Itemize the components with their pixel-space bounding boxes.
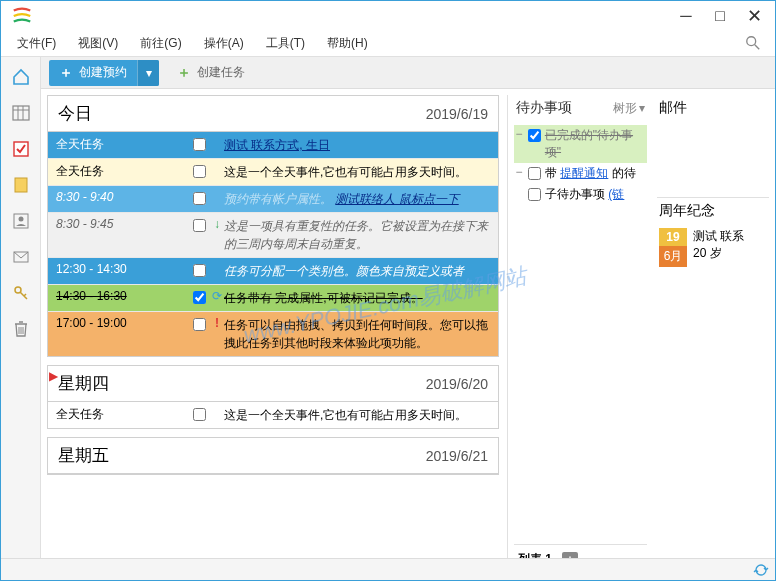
- create-appointment-dropdown[interactable]: ▾: [137, 60, 159, 86]
- event-checkbox[interactable]: [193, 264, 206, 277]
- event-marker: ↓: [210, 213, 224, 231]
- event-row[interactable]: 全天任务这是一个全天事件,它也有可能占用多天时间。: [48, 402, 498, 428]
- svg-rect-2: [13, 106, 29, 120]
- event-link[interactable]: 测试 联系方式, 生日: [224, 138, 330, 152]
- event-marker: [210, 402, 224, 406]
- event-checkbox[interactable]: [193, 318, 206, 331]
- event-row[interactable]: 全天任务测试 联系方式, 生日: [48, 132, 498, 159]
- sidebar-trash[interactable]: [7, 315, 35, 343]
- sidebar-passwords[interactable]: [7, 279, 35, 307]
- day-name: 星期五: [58, 444, 109, 467]
- todo-text: 已完成的"待办事项": [545, 127, 647, 161]
- event-row[interactable]: 14:30 - 16:30⟳任务带有 完成属性,可被标记已完成。: [48, 285, 498, 312]
- day-date: 2019/6/19: [426, 106, 488, 122]
- event-checkbox[interactable]: [193, 138, 206, 151]
- event-text: 这是一个全天事件,它也有可能占用多天时间。: [224, 159, 498, 185]
- day-date: 2019/6/20: [426, 376, 488, 392]
- create-task-button[interactable]: ＋创建任务: [177, 64, 245, 82]
- event-time: 14:30 - 16:30: [48, 285, 188, 307]
- event-checkbox[interactable]: [193, 192, 206, 205]
- day-block: 星期四2019/6/20全天任务这是一个全天事件,它也有可能占用多天时间。: [47, 365, 499, 429]
- event-text: 任务带有 完成属性,可被标记已完成。: [224, 285, 498, 311]
- event-link[interactable]: 测试联络人 鼠标点一下: [335, 192, 458, 206]
- close-button[interactable]: ✕: [737, 2, 771, 30]
- event-marker: [210, 258, 224, 262]
- todo-text: 带 提醒通知 的待: [545, 165, 636, 182]
- sidebar-mail[interactable]: [7, 243, 35, 271]
- menu-file[interactable]: 文件(F): [7, 32, 66, 55]
- todo-view-mode[interactable]: 树形 ▾: [613, 100, 645, 117]
- todo-item[interactable]: −已完成的"待办事项": [514, 125, 647, 163]
- app-logo: [11, 5, 33, 27]
- event-checkbox[interactable]: [193, 408, 206, 421]
- plus-icon: ＋: [177, 64, 191, 82]
- event-row[interactable]: 8:30 - 9:40预约带有帐户属性。 测试联络人 鼠标点一下: [48, 186, 498, 213]
- event-time: 全天任务: [48, 132, 188, 157]
- event-checkbox[interactable]: [193, 165, 206, 178]
- event-row[interactable]: 12:30 - 14:30任务可分配一个类别色。颜色来自预定义或者: [48, 258, 498, 285]
- create-appointment-button[interactable]: ＋创建预约 ▾: [49, 60, 159, 86]
- sidebar-notes[interactable]: [7, 171, 35, 199]
- anniversary-item[interactable]: 19 6月 测试 联系 20 岁: [657, 226, 769, 269]
- menu-action[interactable]: 操作(A): [194, 32, 254, 55]
- event-text: 任务可分配一个类别色。颜色来自预定义或者: [224, 258, 498, 284]
- svg-line-1: [755, 44, 759, 48]
- event-time: 8:30 - 9:40: [48, 186, 188, 208]
- event-marker: [210, 159, 224, 163]
- chevron-down-icon: ▾: [639, 101, 645, 115]
- calendar-panel: 今日2019/6/19全天任务测试 联系方式, 生日全天任务这是一个全天事件,它…: [47, 95, 499, 574]
- anniversary-text: 测试 联系 20 岁: [693, 228, 744, 267]
- sidebar-tasks[interactable]: [7, 135, 35, 163]
- menu-goto[interactable]: 前往(G): [130, 32, 191, 55]
- event-marker: [210, 132, 224, 136]
- create-appointment-label: 创建预约: [79, 64, 127, 81]
- menu-view[interactable]: 视图(V): [68, 32, 128, 55]
- menu-tools[interactable]: 工具(T): [256, 32, 315, 55]
- plus-icon: ＋: [59, 64, 73, 82]
- event-text: 任务可以自由拖拽、拷贝到任何时间段。您可以拖拽此任务到其他时段来体验此项功能。: [224, 312, 498, 356]
- todo-panel: 待办事项 树形 ▾ −已完成的"待办事项"−带 提醒通知 的待子待办事项 (链 …: [507, 95, 647, 574]
- event-marker: !: [210, 312, 224, 330]
- menu-help[interactable]: 帮助(H): [317, 32, 378, 55]
- event-checkbox[interactable]: [193, 219, 206, 232]
- maximize-button[interactable]: □: [703, 2, 737, 30]
- event-checkbox[interactable]: [193, 291, 206, 304]
- tree-toggle[interactable]: −: [514, 127, 524, 141]
- event-row[interactable]: 8:30 - 9:45↓这是一项具有重复性的任务。它被设置为在接下来的三周内每周…: [48, 213, 498, 258]
- event-time: 12:30 - 14:30: [48, 258, 188, 280]
- titlebar: ─ □ ✕: [1, 1, 775, 31]
- event-row[interactable]: 全天任务这是一个全天事件,它也有可能占用多天时间。: [48, 159, 498, 186]
- sidebar-home[interactable]: [7, 63, 35, 91]
- minimize-button[interactable]: ─: [669, 2, 703, 30]
- todo-checkbox[interactable]: [528, 167, 541, 180]
- sidebar-calendar[interactable]: [7, 99, 35, 127]
- event-time: 8:30 - 9:45: [48, 213, 188, 235]
- todo-text: 子待办事项 (链: [545, 186, 624, 203]
- event-row[interactable]: 17:00 - 19:00!任务可以自由拖拽、拷贝到任何时间段。您可以拖拽此任务…: [48, 312, 498, 356]
- day-block: 星期五2019/6/21: [47, 437, 499, 475]
- event-time: 17:00 - 19:00: [48, 312, 188, 334]
- svg-rect-7: [15, 178, 27, 192]
- todo-item[interactable]: −带 提醒通知 的待: [514, 163, 647, 184]
- anniversary-header: 周年纪念: [657, 197, 769, 226]
- sidebar-contacts[interactable]: [7, 207, 35, 235]
- day-header[interactable]: 星期四2019/6/20: [48, 366, 498, 402]
- todo-checkbox[interactable]: [528, 129, 541, 142]
- day-block: 今日2019/6/19全天任务测试 联系方式, 生日全天任务这是一个全天事件,它…: [47, 95, 499, 357]
- event-text: 这是一项具有重复性的任务。它被设置为在接下来的三周内每周末自动重复。: [224, 213, 498, 257]
- day-header[interactable]: 今日2019/6/19: [48, 96, 498, 132]
- current-time-indicator: ▶: [49, 369, 58, 383]
- day-header[interactable]: 星期五2019/6/21: [48, 438, 498, 474]
- sync-icon[interactable]: [753, 562, 769, 578]
- svg-point-0: [747, 36, 756, 45]
- menubar: 文件(F) 视图(V) 前往(G) 操作(A) 工具(T) 帮助(H): [1, 31, 775, 57]
- search-icon[interactable]: [745, 35, 763, 53]
- tree-toggle[interactable]: −: [514, 165, 524, 179]
- day-date: 2019/6/21: [426, 448, 488, 464]
- event-time: 全天任务: [48, 402, 188, 427]
- todo-checkbox[interactable]: [528, 188, 541, 201]
- todo-item[interactable]: 子待办事项 (链: [514, 184, 647, 205]
- mail-header[interactable]: 邮件: [657, 95, 769, 127]
- todo-title: 待办事项: [516, 99, 572, 117]
- todo-tree: −已完成的"待办事项"−带 提醒通知 的待子待办事项 (链: [514, 125, 647, 544]
